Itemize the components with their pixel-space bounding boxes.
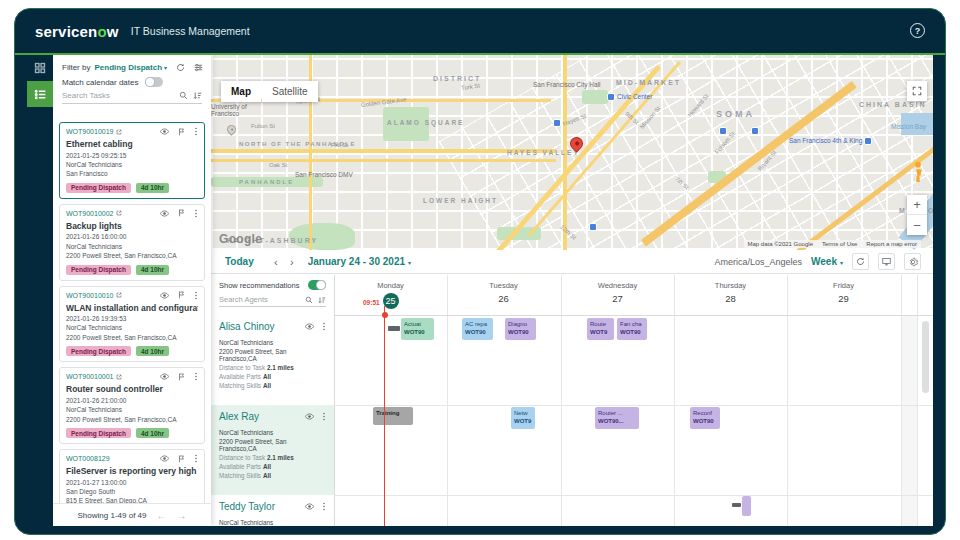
kebab-menu-icon[interactable] [322,412,326,421]
gear-icon[interactable] [904,253,921,270]
agent-row-alex-ray[interactable]: Alex Ray NorCal Technicians 2200 Powell … [211,405,334,495]
open-record-icon[interactable] [116,374,122,380]
pegman-icon[interactable] [912,161,924,183]
kebab-menu-icon[interactable] [322,322,326,331]
prev-page-icon[interactable]: ← [156,510,166,521]
kebab-menu-icon[interactable] [194,291,198,300]
kebab-menu-icon[interactable] [194,372,198,381]
display-settings-icon[interactable] [878,253,895,270]
open-record-icon[interactable] [116,210,122,216]
eye-icon[interactable] [305,323,314,330]
date-range-dropdown[interactable]: January 24 - 30 2021 [308,256,411,267]
card-number[interactable]: WOT90010010 [66,292,113,299]
search-icon[interactable] [305,296,313,304]
report-error-link[interactable]: Report a map error [866,241,917,247]
zoom-in-button[interactable]: + [907,195,927,215]
map-button[interactable]: Map [221,81,261,102]
kebab-menu-icon[interactable] [194,209,198,218]
event-chip[interactable]: ActuatWOT90 [401,318,434,340]
show-recommendations-toggle[interactable] [308,280,326,290]
agent-search-input[interactable] [219,295,300,304]
map-road [211,159,556,162]
card-title: Backup lights [66,221,198,231]
eye-icon[interactable] [160,128,169,135]
next-week-icon[interactable]: › [286,256,298,268]
flag-icon[interactable] [178,209,185,217]
card-number[interactable]: WOT0008129 [66,455,110,462]
zoom-out-button[interactable]: − [907,215,927,235]
refresh-tasks-icon[interactable] [176,63,185,72]
map-canvas[interactable]: DISTRICT MID-MARKET SOMA CHINA BASIN ALA… [211,55,933,250]
agent-row-teddy-taylor[interactable]: Teddy Taylor NorCal Technicians [211,495,334,526]
day-header: Wednesday 27 [561,275,674,315]
agent-row-alisa-chinoy[interactable]: Alisa Chinoy NorCal Technicians 2200 Pow… [211,315,334,405]
eye-icon[interactable] [305,503,314,510]
eye-icon[interactable] [160,292,169,299]
app-launcher-icon[interactable] [27,55,53,81]
eye-icon[interactable] [160,455,169,462]
prev-week-icon[interactable]: ‹ [270,256,282,268]
event-chip-narrow[interactable] [742,496,751,516]
flag-icon[interactable] [178,291,185,299]
sort-icon[interactable] [318,296,326,304]
task-settings-sliders-icon[interactable] [194,63,203,72]
refresh-schedule-icon[interactable] [852,253,869,270]
event-chip[interactable]: NetwWOT9 [511,407,535,429]
event-chip[interactable]: Fan chaWOT90 [617,318,647,340]
card-datetime: 2021-01-26 16:00:00 [66,232,198,241]
flag-icon[interactable] [178,373,185,381]
card-datetime: 2021-01-25 09:25:15 [66,151,198,160]
task-card[interactable]: WOT90010002 Backup lights 2021-01-26 16:… [59,204,205,281]
view-dropdown[interactable]: Week [811,256,843,267]
next-page-icon[interactable]: → [176,510,186,521]
sort-icon[interactable] [193,91,202,100]
help-icon[interactable]: ? [910,23,925,38]
eye-icon[interactable] [305,413,314,420]
kebab-menu-icon[interactable] [194,127,198,136]
dispatch-list-nav-icon[interactable] [27,81,53,107]
event-chip[interactable]: RouteWOT9 [587,318,614,340]
card-title: WLAN installation and configuration [66,303,198,313]
agent-name-link[interactable]: Teddy Taylor [219,501,275,512]
skills-value: All [263,382,271,389]
flag-icon[interactable] [178,455,185,463]
task-card[interactable]: WOT90010010 WLAN installation and config… [59,286,205,363]
task-card[interactable]: WOT0008129 FileServer is reporting very … [59,449,205,503]
match-calendar-toggle[interactable] [145,77,163,87]
task-card[interactable]: WOT90010019 Ethernet cabling 2021-01-25 … [59,122,205,199]
event-chip[interactable]: DiagnoWOT90 [505,318,536,340]
eye-icon[interactable] [160,210,169,217]
map-data-credit: Map data ©2021 Google [748,241,813,247]
terms-link[interactable]: Terms of Use [822,241,857,247]
agent-name-link[interactable]: Alex Ray [219,411,259,422]
flag-icon[interactable] [178,128,185,136]
satellite-button[interactable]: Satellite [262,81,318,102]
eye-icon[interactable] [160,373,169,380]
agent-name-link[interactable]: Alisa Chinoy [219,321,275,332]
event-chip[interactable]: ReconfWOT90 [690,407,720,429]
open-record-icon[interactable] [116,129,122,135]
task-search-input[interactable] [62,91,174,100]
open-record-icon[interactable] [116,292,122,298]
search-icon[interactable] [179,91,188,100]
fullscreen-button[interactable] [907,81,927,101]
event-chip[interactable]: Router ...WOT90... [595,407,639,429]
kebab-menu-icon[interactable] [194,454,198,463]
filter-value-dropdown[interactable]: Pending Dispatch [94,63,167,72]
match-calendar-label: Match calendar dates [62,78,139,87]
task-card[interactable]: WOT90010001 Router sound controller 2021… [59,367,205,444]
event-chip[interactable]: AC repaWOT90 [462,318,493,340]
map-poi-label: University ofFrancisco [211,103,247,117]
scheduler-scrollbar[interactable] [922,321,929,393]
parts-value: All [263,463,271,470]
google-logo[interactable]: Google [219,232,262,246]
current-time-label: 09:51 [363,299,380,306]
map-area-label: CHINA BASIN [859,101,927,108]
card-number[interactable]: WOT90010001 [66,373,113,380]
event-chip-training[interactable]: Training [373,407,413,425]
today-button[interactable]: Today [225,256,254,267]
kebab-menu-icon[interactable] [322,502,326,511]
card-number[interactable]: WOT90010019 [66,128,113,135]
card-number[interactable]: WOT90010002 [66,210,113,217]
agent-address: 2200 Powell Street, San Francisco,CA [219,438,326,452]
